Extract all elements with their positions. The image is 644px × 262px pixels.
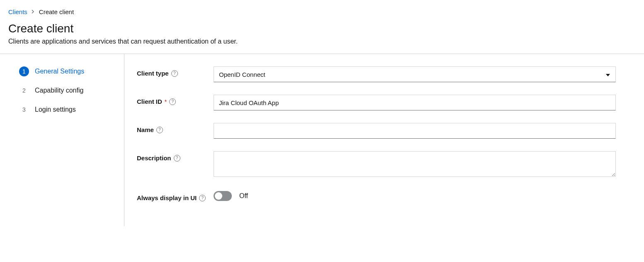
client-id-label: Client ID (137, 98, 162, 105)
client-type-select[interactable]: OpenID Connect (214, 66, 616, 82)
wizard-steps: 1 General Settings 2 Capability config 3… (8, 54, 124, 226)
wizard-step-general-settings[interactable]: 1 General Settings (19, 66, 116, 76)
client-id-input[interactable] (214, 95, 616, 110)
page-subtitle: Clients are applications and services th… (8, 38, 636, 45)
row-always-display: Always display in UI ? Off (137, 191, 636, 201)
required-asterisk: * (165, 98, 167, 105)
name-label: Name (137, 126, 154, 133)
client-type-label: Client type (137, 70, 169, 77)
form-area: Client type ? OpenID Connect Client ID *… (124, 54, 636, 226)
toggle-status-text: Off (239, 192, 248, 200)
step-number-badge: 2 (19, 86, 29, 95)
breadcrumb-current: Create client (39, 8, 74, 15)
label-col: Name ? (137, 123, 214, 133)
help-icon[interactable]: ? (156, 127, 163, 133)
step-label: Login settings (35, 106, 76, 113)
control-col (214, 95, 616, 110)
help-icon[interactable]: ? (169, 98, 176, 105)
always-display-toggle[interactable] (214, 191, 232, 201)
step-number-badge: 3 (19, 105, 29, 115)
wizard-step-capability-config[interactable]: 2 Capability config (19, 86, 116, 95)
breadcrumb-link-clients[interactable]: Clients (8, 8, 27, 15)
toggle-knob (215, 192, 222, 200)
label-col: Client type ? (137, 66, 214, 77)
breadcrumb: Clients Create client (0, 0, 644, 19)
help-icon[interactable]: ? (171, 70, 178, 77)
step-number-badge: 1 (19, 66, 29, 76)
label-col: Client ID * ? (137, 95, 214, 105)
row-client-type: Client type ? OpenID Connect (137, 66, 636, 82)
description-textarea[interactable] (214, 151, 616, 177)
chevron-right-icon (32, 9, 35, 15)
page-header: Create client Clients are applications a… (0, 19, 644, 54)
help-icon[interactable]: ? (199, 195, 206, 201)
step-label: Capability config (35, 87, 83, 94)
control-col (214, 123, 616, 139)
row-client-id: Client ID * ? (137, 95, 636, 110)
description-label: Description (137, 154, 171, 162)
page-title: Create client (8, 22, 636, 35)
row-description: Description ? (137, 151, 636, 179)
control-col (214, 151, 616, 179)
content-area: 1 General Settings 2 Capability config 3… (0, 54, 644, 226)
step-label: General Settings (35, 68, 84, 75)
label-col: Description ? (137, 151, 214, 162)
label-col: Always display in UI ? (137, 191, 214, 201)
always-display-label: Always display in UI (137, 194, 197, 201)
wizard-step-login-settings[interactable]: 3 Login settings (19, 105, 116, 115)
name-input[interactable] (214, 123, 616, 139)
select-wrapper: OpenID Connect (214, 66, 616, 82)
help-icon[interactable]: ? (174, 155, 180, 162)
control-col: OpenID Connect (214, 66, 616, 82)
control-col: Off (214, 191, 616, 201)
row-name: Name ? (137, 123, 636, 139)
